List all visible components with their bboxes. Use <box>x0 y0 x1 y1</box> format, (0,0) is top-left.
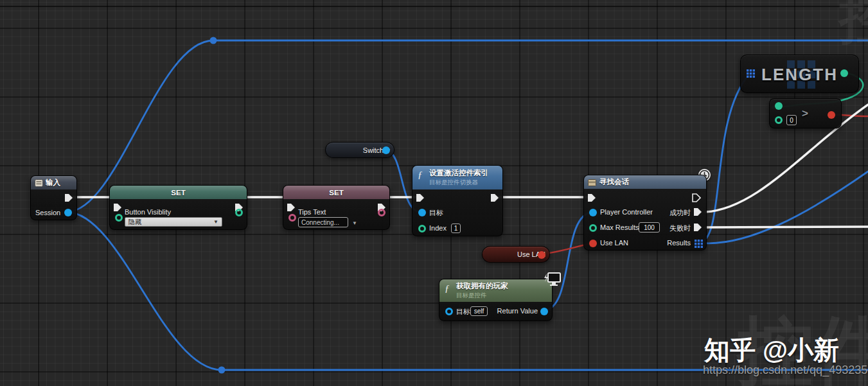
node-set-tips-text[interactable]: SET Tips Text Connecting... ▼ <box>283 185 390 230</box>
results-label: Results <box>667 239 691 247</box>
index-pin[interactable] <box>418 225 426 232</box>
wire-session-to-reroute-bottom[interactable] <box>67 212 222 370</box>
find-sessions-title: 寻找会话 <box>599 177 629 187</box>
exec-out-pin[interactable] <box>490 193 499 202</box>
node-find-sessions[interactable]: 寻找会话 Player Controller Max Results 100 U… <box>583 175 707 250</box>
tips-field-label: Tips Text <box>298 208 326 216</box>
node-set-active-widget-index[interactable]: ƒ 设置激活控件索引 目标是控件切换器 目标 Index 1 <box>412 165 503 236</box>
max-results-pin[interactable] <box>589 224 597 232</box>
get-owning-player-header[interactable]: ƒ 获取拥有的玩家 目标是控件 <box>439 279 552 302</box>
node-greater-than[interactable]: 0 > <box>769 98 842 128</box>
exec-in-pin[interactable] <box>416 193 425 202</box>
node-set-button-visibility[interactable]: SET Button Visiblity 隐藏 ▼ <box>109 185 247 230</box>
target-self-box[interactable]: self <box>470 306 488 316</box>
wire-exec-onfailure-right-edge[interactable] <box>705 227 868 227</box>
event-bundle-icon <box>35 179 43 187</box>
node-array-length[interactable]: LENGTH <box>740 55 859 93</box>
visibility-dropdown[interactable]: 隐藏 ▼ <box>125 217 222 227</box>
on-failure-label: 失败时 <box>669 224 691 233</box>
use-lan-pin[interactable] <box>589 240 597 247</box>
visibility-field-label: Button Visiblity <box>125 208 171 216</box>
exec-in-pin[interactable] <box>587 193 596 202</box>
results-array-pin[interactable] <box>695 240 703 248</box>
set-active-index-header[interactable]: ƒ 设置激活控件索引 目标是控件切换器 <box>412 166 502 189</box>
player-controller-label: Player Controller <box>600 208 653 216</box>
switcher-out-pin[interactable] <box>382 146 390 154</box>
exec-in-pin[interactable] <box>287 203 296 212</box>
tips-text-value: Connecting... <box>301 219 339 226</box>
target-pin[interactable] <box>418 209 426 216</box>
set-tips-header[interactable]: SET <box>283 186 389 199</box>
function-icon: ƒ <box>418 170 423 180</box>
length-array-in-pin[interactable] <box>747 69 755 78</box>
exec-out-pin[interactable] <box>64 193 73 202</box>
blueprint-graph-canvas[interactable]: { "watermarks": { "brand": "知乎 @小新", "ur… <box>0 0 868 386</box>
use-lan-pin-label: Use LAN <box>600 239 628 247</box>
greater-lhs-pin[interactable] <box>775 102 783 110</box>
index-label: Index <box>429 224 447 232</box>
greater-out-pin[interactable] <box>828 111 835 119</box>
get-owning-player-subtitle: 目标是控件 <box>456 292 487 300</box>
use-lan-out-pin[interactable] <box>538 251 545 259</box>
tips-out-pin[interactable] <box>378 209 385 216</box>
watermark-url: https://blog.csdn.net/qq_49323533 <box>703 364 868 377</box>
visibility-out-pin[interactable] <box>235 209 243 216</box>
set-visibility-title: SET <box>171 189 185 197</box>
greater-rhs-pin[interactable] <box>775 116 783 124</box>
reroute-node-bottom[interactable] <box>218 367 226 374</box>
node-input-event-title: 输入 <box>46 178 60 188</box>
exec-then-pin[interactable] <box>692 193 701 202</box>
set-active-index-title: 设置激活控件索引 <box>429 168 488 178</box>
set-active-index-subtitle: 目标是控件切换器 <box>429 179 478 187</box>
target-self-value: self <box>474 308 484 315</box>
set-tips-title: SET <box>329 189 343 197</box>
index-value: 1 <box>454 225 458 232</box>
dropdown-caret-icon: ▼ <box>213 219 218 225</box>
client-monitor-icon <box>542 272 562 287</box>
visibility-in-pin[interactable] <box>115 214 123 222</box>
max-results-box[interactable]: 100 <box>639 222 660 232</box>
on-success-exec-pin[interactable] <box>693 207 702 216</box>
target-label: 目标 <box>456 307 470 317</box>
exec-in-pin[interactable] <box>113 203 122 212</box>
session-pin[interactable] <box>64 209 72 216</box>
greater-operator: > <box>802 107 810 120</box>
length-out-pin[interactable] <box>840 69 848 77</box>
node-get-owning-player[interactable]: ƒ 获取拥有的玩家 目标是控件 目标 self Return Value <box>439 279 553 321</box>
session-box-icon <box>588 179 596 186</box>
node-use-lan-getter[interactable]: Use LAN <box>482 246 550 263</box>
node-switcher-getter[interactable]: Switcher <box>325 142 394 158</box>
get-owning-player-title: 获取拥有的玩家 <box>456 281 508 291</box>
player-controller-pin[interactable] <box>589 209 597 216</box>
node-input-event[interactable]: 输入 Session <box>30 175 77 220</box>
target-label: 目标 <box>429 208 443 218</box>
index-value-box[interactable]: 1 <box>451 224 461 233</box>
watermark-brand: 知乎 @小新 <box>704 333 839 368</box>
tips-in-pin[interactable] <box>288 214 296 222</box>
target-pin[interactable] <box>445 308 453 315</box>
visibility-dropdown-value: 隐藏 <box>128 218 141 227</box>
on-failure-exec-pin[interactable] <box>693 223 702 232</box>
greater-rhs-value: 0 <box>790 117 793 124</box>
node-input-event-header[interactable]: 输入 <box>31 176 76 189</box>
reroute-node-top[interactable] <box>210 37 217 44</box>
tips-text-input[interactable]: Connecting... <box>298 217 348 227</box>
function-icon: ƒ <box>445 283 450 294</box>
max-results-label: Max Results <box>600 224 639 231</box>
tips-text-caret-icon[interactable]: ▼ <box>352 220 357 226</box>
on-success-label: 成功时 <box>669 208 691 218</box>
set-visibility-header[interactable]: SET <box>110 186 247 199</box>
find-sessions-header[interactable]: 寻找会话 <box>584 175 706 189</box>
greater-rhs-box[interactable]: 0 <box>786 115 797 125</box>
max-results-value: 100 <box>644 224 655 231</box>
return-value-label: Return Value <box>497 307 538 315</box>
session-pin-label: Session <box>35 209 60 216</box>
return-value-pin[interactable] <box>540 308 548 315</box>
